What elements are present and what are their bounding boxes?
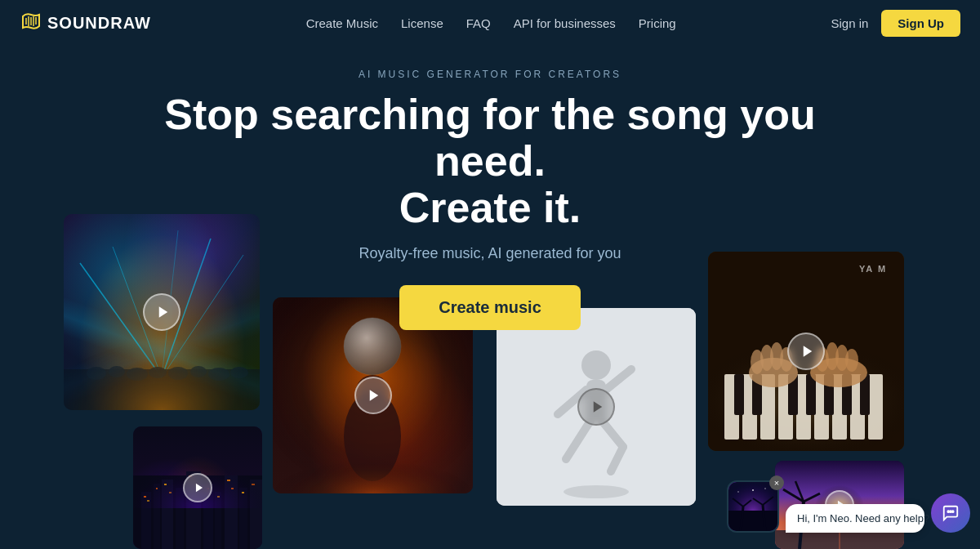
sign-up-button[interactable]: Sign Up [881, 10, 960, 37]
svg-point-113 [764, 488, 766, 489]
nav-link-license[interactable]: License [401, 16, 443, 30]
hero-title-line1: Stop searching for the song you need. [139, 92, 841, 185]
logo-link[interactable]: SOUNDRAW [20, 10, 151, 36]
svg-rect-105 [728, 511, 777, 531]
chatbot-widget: × [727, 480, 970, 533]
chatbot-message: Hi, I'm Neo. Need any help? [797, 512, 929, 524]
chatbot-toggle-button[interactable] [931, 493, 970, 533]
logo-icon [20, 10, 42, 36]
play-button-city[interactable] [183, 473, 212, 502]
svg-point-117 [952, 511, 954, 512]
chatbot-close-button[interactable]: × [769, 475, 784, 490]
hero-eyebrow: AI MUSIC GENERATOR FOR CREATORS [0, 69, 980, 80]
logo-text: SOUNDRAW [47, 14, 151, 33]
svg-rect-74 [868, 374, 883, 440]
nav-link-api[interactable]: API for businesses [514, 16, 616, 30]
nav-link-create-music[interactable]: Create Music [306, 16, 378, 30]
chatbot-bubble: Hi, I'm Neo. Need any help? [786, 504, 924, 533]
svg-marker-46 [195, 484, 202, 493]
svg-point-116 [950, 511, 951, 512]
sign-in-link[interactable]: Sign in [831, 16, 868, 30]
create-music-button[interactable]: Create music [399, 285, 581, 330]
svg-rect-52 [273, 428, 473, 493]
svg-rect-75 [734, 374, 744, 415]
svg-point-62 [564, 485, 629, 498]
chatbot-card: × [727, 480, 779, 533]
nav-actions: Sign in Sign Up [831, 10, 960, 37]
hero-title: Stop searching for the song you need. Cr… [139, 92, 841, 232]
svg-point-115 [947, 511, 949, 512]
close-icon: × [774, 478, 779, 488]
chatbot-container: × [727, 480, 924, 533]
nav-link-pricing[interactable]: Pricing [639, 16, 676, 30]
svg-marker-53 [370, 390, 379, 401]
svg-marker-63 [593, 401, 602, 413]
chatbot-avatar [728, 482, 777, 531]
nav-link-faq[interactable]: FAQ [466, 16, 491, 30]
chat-icon [942, 504, 960, 522]
hero-subtitle: Royalty-free music, AI generated for you [0, 245, 980, 262]
play-button-dancer[interactable] [577, 388, 615, 426]
svg-rect-78 [806, 374, 816, 415]
hero-section: AI MUSIC GENERATOR FOR CREATORS Stop sea… [0, 46, 980, 353]
hero-title-line2: Create it. [139, 185, 841, 231]
nav-links: Create Music License FAQ API for busines… [306, 16, 676, 30]
image-card-city [133, 426, 262, 549]
svg-point-55 [581, 350, 611, 380]
play-button-disco[interactable] [354, 377, 392, 414]
svg-point-112 [752, 489, 754, 491]
navbar: SOUNDRAW Create Music License FAQ API fo… [0, 0, 980, 46]
svg-point-114 [737, 491, 739, 493]
